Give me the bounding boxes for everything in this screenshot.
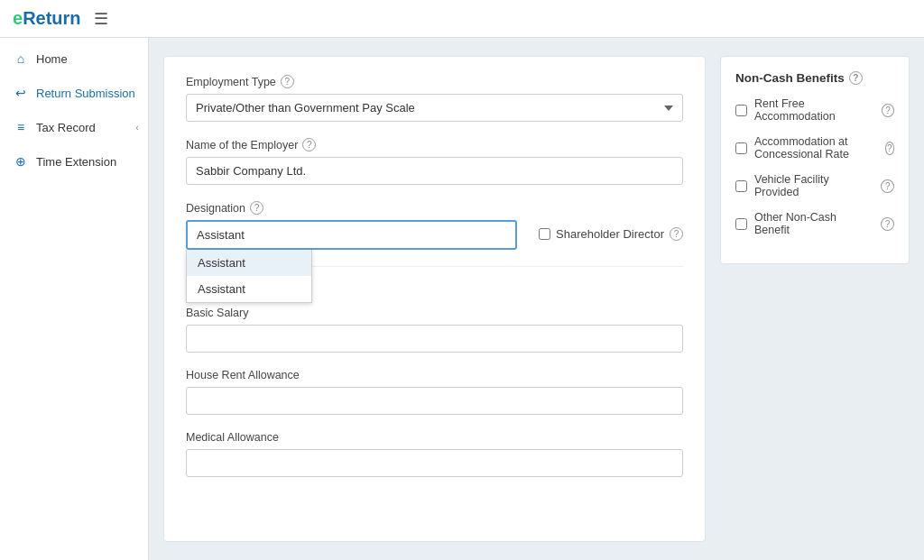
rent-free-checkbox[interactable] [735, 105, 747, 116]
other-benefit-help-icon[interactable]: ? [881, 217, 894, 231]
house-rent-label: House Rent Allowance [186, 369, 683, 381]
employer-name-label: Name of the Employer ? [186, 138, 683, 151]
sidebar-item-label: Time Extension [36, 155, 116, 169]
vehicle-help-icon[interactable]: ? [881, 179, 894, 193]
topbar: eReturn ☰ [0, 0, 924, 38]
logo-e: e [13, 8, 23, 28]
autocomplete-dropdown: Assistant Assistant [186, 250, 312, 303]
sidebar-item-label: Home [36, 52, 68, 66]
non-cash-item-other: Other Non-Cash Benefit ? [735, 211, 894, 236]
autocomplete-item-1[interactable]: Assistant [187, 276, 311, 302]
sidebar-item-home[interactable]: ⌂ Home [0, 41, 148, 76]
form-card: Employment Type ? Private/Other than Gov… [163, 56, 706, 542]
sidebar-item-time-extension[interactable]: ⊕ Time Extension [0, 144, 148, 179]
basic-salary-input[interactable] [186, 325, 683, 353]
rent-free-help-icon[interactable]: ? [882, 104, 894, 117]
employer-name-input[interactable] [186, 157, 683, 185]
layout: ⌂ Home ↩ Return Submission ≡ Tax Record … [0, 38, 924, 560]
designation-group: Designation ? Assistant Assistant Shareh… [186, 201, 683, 250]
basic-salary-group: Basic Salary [186, 307, 683, 353]
non-cash-item-rent-free: Rent Free Accommodation ? [735, 97, 894, 123]
medical-allowance-label: Medical Allowance [186, 431, 683, 444]
shareholder-director-checkbox[interactable] [539, 228, 550, 240]
employment-type-help-icon[interactable]: ? [281, 75, 294, 88]
shareholder-director-label[interactable]: Shareholder Director ? [539, 220, 683, 241]
designation-label: Designation ? [186, 201, 683, 215]
sidebar-item-tax-record[interactable]: ≡ Tax Record ‹ [0, 110, 148, 144]
non-cash-item-vehicle: Vehicle Facility Provided ? [735, 173, 894, 198]
side-panel: Non-Cash Benefits ? Rent Free Accommodat… [720, 56, 910, 542]
designation-input-wrap: Assistant Assistant [186, 220, 517, 250]
non-cash-help-icon[interactable]: ? [849, 71, 863, 85]
shareholder-help-icon[interactable]: ? [670, 227, 683, 241]
sidebar-item-return-submission[interactable]: ↩ Return Submission [0, 76, 148, 110]
employer-name-help-icon[interactable]: ? [302, 138, 316, 151]
concessional-checkbox[interactable] [735, 142, 747, 154]
basic-salary-label: Basic Salary [186, 307, 683, 319]
house-rent-group: House Rent Allowance [186, 369, 683, 415]
tax-record-icon: ≡ [13, 120, 29, 134]
return-submission-icon: ↩ [13, 86, 29, 100]
designation-help-icon[interactable]: ? [250, 201, 263, 215]
concessional-help-icon[interactable]: ? [885, 142, 894, 155]
vehicle-checkbox[interactable] [735, 180, 747, 192]
autocomplete-item-0[interactable]: Assistant [187, 250, 311, 276]
chevron-icon: ‹ [135, 122, 139, 133]
employment-type-group: Employment Type ? Private/Other than Gov… [186, 75, 683, 122]
time-extension-icon: ⊕ [13, 154, 29, 169]
sidebar-item-label: Return Submission [36, 87, 135, 100]
sidebar-item-label: Tax Record [36, 121, 96, 134]
designation-input[interactable] [186, 220, 517, 250]
non-cash-item-concessional: Accommodation at Concessional Rate ? [735, 135, 894, 161]
medical-allowance-input[interactable] [186, 449, 683, 477]
non-cash-card: Non-Cash Benefits ? Rent Free Accommodat… [720, 56, 910, 264]
non-cash-title: Non-Cash Benefits ? [735, 71, 894, 85]
employer-name-group: Name of the Employer ? [186, 138, 683, 185]
medical-allowance-group: Medical Allowance [186, 431, 683, 477]
sidebar: ⌂ Home ↩ Return Submission ≡ Tax Record … [0, 38, 149, 560]
designation-row: Assistant Assistant Shareholder Director… [186, 220, 683, 250]
main-content: Employment Type ? Private/Other than Gov… [149, 38, 924, 560]
other-benefit-checkbox[interactable] [735, 218, 747, 230]
employment-type-label: Employment Type ? [186, 75, 683, 88]
logo-return: Return [23, 8, 80, 28]
house-rent-input[interactable] [186, 387, 683, 415]
hamburger-icon[interactable]: ☰ [94, 9, 108, 29]
logo: eReturn [13, 8, 81, 29]
employment-type-select[interactable]: Private/Other than Government Pay Scale … [186, 94, 683, 122]
home-icon: ⌂ [13, 51, 29, 66]
